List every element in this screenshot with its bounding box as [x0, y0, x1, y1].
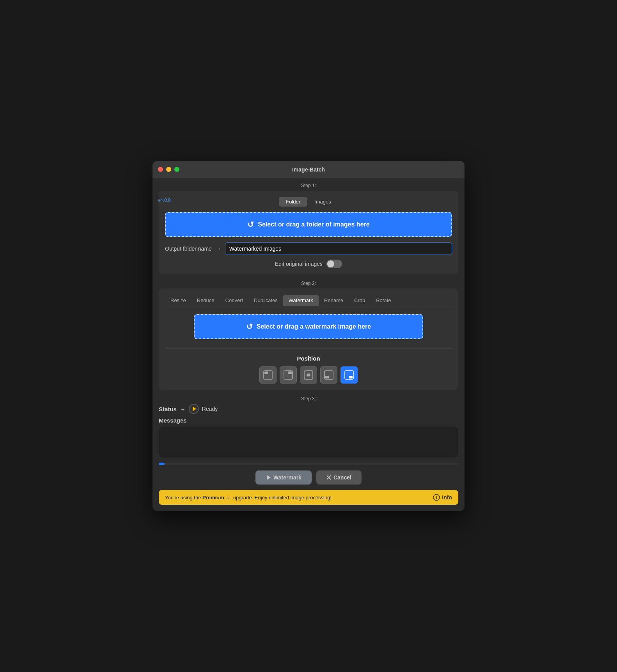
output-folder-row: Output folder name → — [165, 242, 452, 255]
position-title: Position — [165, 355, 452, 362]
minimize-button[interactable] — [166, 167, 171, 172]
status-row: Status → Ready — [159, 404, 458, 414]
tab-rename[interactable]: Rename — [319, 295, 349, 306]
svg-rect-3 — [288, 371, 292, 374]
svg-rect-9 — [349, 376, 353, 378]
svg-marker-11 — [267, 475, 271, 480]
tab-images[interactable]: Images — [307, 197, 338, 207]
position-buttons — [165, 366, 452, 384]
upload-icon: ↺ — [247, 220, 254, 229]
window-title: Image-Batch — [292, 166, 325, 173]
messages-label: Messages — [159, 417, 458, 424]
svg-rect-5 — [307, 374, 310, 377]
position-top-left[interactable] — [259, 366, 277, 384]
app-window: Image-Batch v4.0.0 Step 1: Folder Images… — [152, 161, 465, 511]
step3-section: Step 3: Status → Ready Messages — [159, 396, 458, 458]
progress-bar — [159, 463, 458, 465]
output-arrow: → — [216, 246, 221, 252]
status-arrow: → — [180, 406, 186, 412]
premium-text: You're using the Premium 👑 upgrade. Enjo… — [165, 495, 332, 500]
tab-crop[interactable]: Crop — [349, 295, 371, 306]
select-folder-button[interactable]: ↺ Select or drag a folder of images here — [165, 212, 452, 237]
messages-box — [159, 427, 458, 458]
info-button[interactable]: i Info — [433, 494, 452, 501]
tab-duplicates[interactable]: Duplicates — [248, 295, 283, 306]
progress-bar-fill — [159, 463, 165, 465]
step1-tabs: Folder Images — [165, 197, 452, 207]
tab-reduce[interactable]: Reduce — [191, 295, 220, 306]
main-content: Step 1: Folder Images ↺ Select or drag a… — [152, 178, 465, 511]
edit-original-label: Edit original images — [275, 261, 323, 267]
svg-text:i: i — [436, 495, 437, 500]
maximize-button[interactable] — [174, 167, 179, 172]
traffic-lights — [158, 167, 179, 172]
tab-rotate[interactable]: Rotate — [371, 295, 396, 306]
step3-label: Step 3: — [159, 396, 458, 401]
output-folder-input[interactable] — [225, 242, 452, 255]
position-bottom-left[interactable] — [320, 366, 337, 384]
toggle-thumb — [327, 260, 334, 267]
position-bottom-right[interactable] — [340, 366, 358, 384]
select-watermark-button[interactable]: ↺ Select or drag a watermark image here — [194, 314, 424, 339]
titlebar: Image-Batch — [152, 161, 465, 178]
cancel-button[interactable]: Cancel — [316, 470, 362, 485]
position-top-right[interactable] — [280, 366, 297, 384]
svg-marker-10 — [193, 407, 196, 411]
tab-folder[interactable]: Folder — [279, 197, 307, 207]
step2-card: Resize Reduce Convert Duplicates Waterma… — [159, 288, 458, 390]
step2-label: Step 2: — [159, 281, 458, 286]
edit-original-row: Edit original images — [165, 260, 452, 268]
tab-resize[interactable]: Resize — [165, 295, 191, 306]
status-icon — [189, 404, 199, 414]
action-buttons: Watermark Cancel — [159, 470, 458, 485]
edit-original-toggle[interactable] — [326, 260, 342, 268]
status-label: Status — [159, 406, 177, 412]
status-value: Ready — [202, 406, 218, 412]
position-center[interactable] — [300, 366, 317, 384]
tab-convert[interactable]: Convert — [220, 295, 249, 306]
premium-banner: You're using the Premium 👑 upgrade. Enjo… — [159, 490, 458, 505]
run-watermark-button[interactable]: Watermark — [255, 470, 312, 485]
step1-label: Step 1: — [159, 183, 458, 188]
run-button-label: Watermark — [273, 474, 301, 481]
position-section: Position — [165, 348, 452, 384]
close-button[interactable] — [158, 167, 163, 172]
svg-rect-1 — [264, 371, 268, 374]
step1-card: Folder Images ↺ Select or drag a folder … — [159, 191, 458, 274]
output-folder-label: Output folder name — [165, 246, 212, 252]
version-label: v4.0.0 — [158, 198, 171, 203]
step2-tabs: Resize Reduce Convert Duplicates Waterma… — [165, 295, 452, 306]
svg-rect-7 — [325, 376, 329, 378]
tab-watermark[interactable]: Watermark — [283, 295, 319, 306]
cancel-button-label: Cancel — [333, 474, 351, 481]
watermark-upload-icon: ↺ — [246, 322, 253, 331]
